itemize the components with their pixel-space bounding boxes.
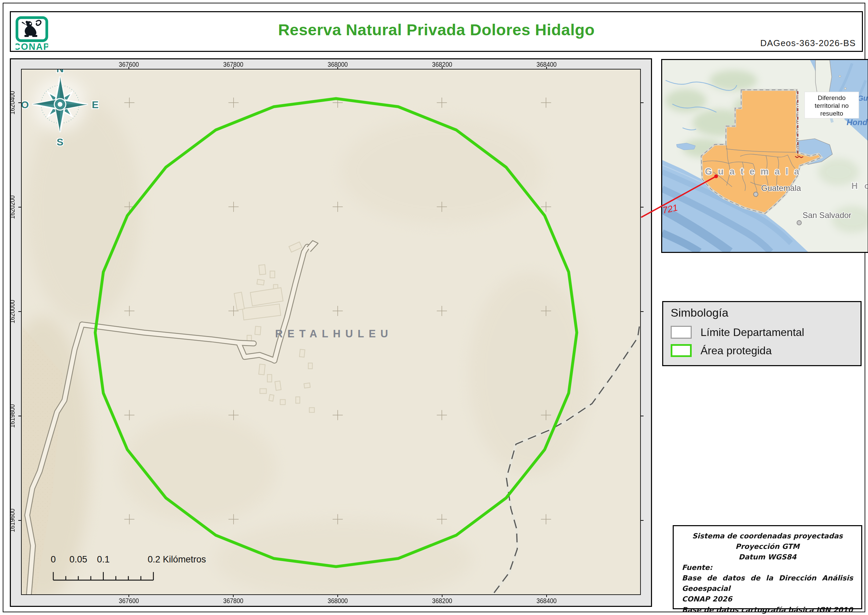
place-label: RETALHULEU: [275, 328, 393, 340]
y-tick-left: 1619600: [8, 500, 16, 541]
departmental-swatch: [671, 326, 692, 339]
locator-inset-map: G u a t e m a l a Guatemala San Salvador…: [661, 59, 868, 253]
conap-logo-text: CONAP: [16, 42, 48, 52]
note-line-2: territorial no: [815, 102, 849, 109]
tick: [18, 207, 21, 208]
sea-label-fragment-2: Hond: [847, 118, 868, 127]
legend-item-label: Área protegida: [701, 345, 772, 357]
map-canvas: RETALHULEU N E S O 0: [21, 69, 641, 595]
compass-n: N: [56, 70, 64, 74]
compass-o: O: [22, 99, 29, 110]
note-line-1: Diferendo: [818, 94, 846, 101]
map-drawing: RETALHULEU N E S O 0: [22, 70, 640, 594]
y-tick-left: 1620400: [8, 83, 16, 123]
datum-line: Datum WGS84: [682, 552, 853, 562]
tick: [18, 520, 21, 521]
x-tick-bottom: 367800: [216, 597, 251, 605]
y-tick-left: 1620200: [8, 187, 16, 228]
compass-s: S: [57, 136, 63, 147]
tick: [641, 416, 643, 416]
x-tick-bottom: 368400: [529, 597, 564, 605]
legend-title: Simbología: [671, 306, 728, 319]
x-tick-bottom: 367600: [112, 597, 146, 605]
legend: Simbología Límite Departamental Área pro…: [662, 301, 862, 366]
page-title: Reserva Natural Privada Dolores Hidalgo: [11, 20, 862, 39]
san-salvador-label: San Salvador: [802, 211, 851, 220]
country-label: G u a t e m a l a: [705, 167, 801, 176]
tick: [18, 102, 21, 103]
terrain-shading: [22, 100, 591, 594]
road-end-cap: [307, 241, 318, 251]
legend-item-departmental: Límite Departamental: [671, 326, 692, 339]
territorial-note: Diferendo territorial no resuelto: [805, 92, 859, 118]
x-tick-bottom: 368200: [425, 597, 459, 605]
source-line-3: Base de datos cartografía básica IGN 201…: [682, 605, 853, 615]
guatemala-city-label: Guatemala: [761, 183, 801, 193]
tick: [641, 207, 643, 208]
tick: [18, 311, 21, 312]
crs-line: Sistema de coordenadas proyectadas: [682, 531, 853, 542]
legend-item-label: Límite Departamental: [701, 326, 804, 339]
scale-01: 0.1: [97, 554, 109, 565]
honduras-label-fragment: H o: [851, 181, 868, 191]
compass-e: E: [92, 99, 99, 110]
san-salvador-dot: [797, 221, 802, 225]
document-id: DAGeos-363-2026-BS: [760, 38, 856, 48]
credits-box: Sistema de coordenadas proyectadas Proye…: [673, 525, 862, 609]
y-tick-left: 1619800: [8, 396, 16, 436]
guatemala-city-dot: [754, 192, 758, 197]
tick: [641, 102, 643, 103]
scale-005: 0.05: [70, 554, 87, 565]
projection-line: Proyección GTM: [682, 542, 853, 552]
map-frame: 367600 367800 368000 368200 368400 36760…: [10, 58, 652, 607]
inset-drawing: G u a t e m a l a Guatemala San Salvador…: [662, 60, 868, 252]
header: CONAP Reserva Natural Privada Dolores Hi…: [10, 11, 863, 52]
legend-item-protected-area: Área protegida: [671, 344, 692, 357]
y-tick-left: 1620000: [8, 291, 16, 332]
note-line-3: resuelto: [820, 110, 843, 117]
tick: [18, 416, 21, 416]
tick: [641, 311, 643, 312]
tick: [641, 520, 643, 521]
scale-02: 0.2 Kilómetros: [147, 554, 206, 565]
scale-bar: 0 0.05 0.1 0.2 Kilómetros: [51, 554, 206, 580]
source-line-2: CONAP 2026: [682, 594, 853, 604]
scale-0: 0: [51, 554, 56, 565]
x-tick-bottom: 368000: [320, 597, 355, 605]
source-line-1: Base de datos de la Dirección Análisis G…: [682, 573, 853, 594]
protected-area-swatch: [671, 344, 692, 357]
source-heading: Fuente:: [682, 562, 853, 573]
